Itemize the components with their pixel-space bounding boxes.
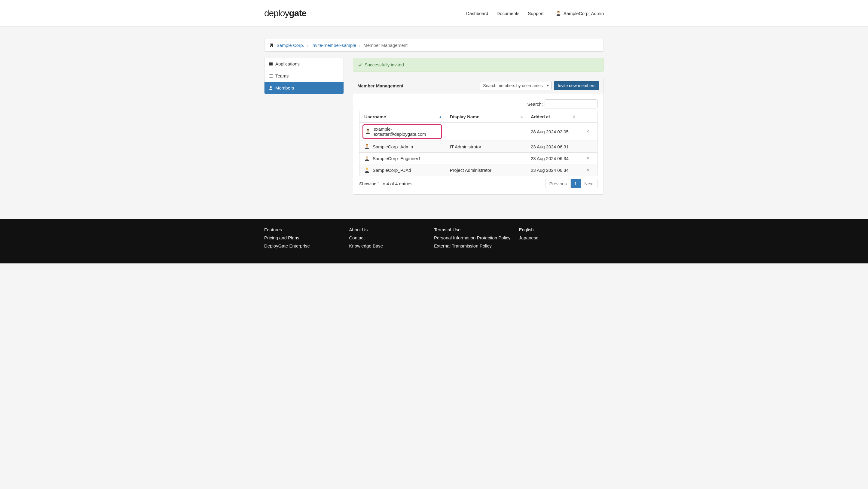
svg-rect-7 <box>272 45 272 46</box>
members-table: Username ▲ Display Name ⇅ Added at ⇅ <box>359 111 597 176</box>
svg-rect-5 <box>272 44 272 45</box>
added-at-cell: 23 Aug 2024 06:34 <box>526 164 578 176</box>
table-row: example-extester@deploygate.com28 Aug 20… <box>360 123 597 141</box>
alert-message: Successfully invited. <box>365 62 405 67</box>
grid-icon <box>269 62 273 66</box>
avatar-icon <box>364 144 370 149</box>
remove-member-icon[interactable]: × <box>586 156 589 161</box>
col-display-name[interactable]: Display Name ⇅ <box>445 111 526 123</box>
footer-link[interactable]: About Us <box>349 227 434 232</box>
building-icon <box>269 43 274 47</box>
sidebar-item-label: Teams <box>275 73 288 78</box>
col-username[interactable]: Username ▲ <box>360 111 445 123</box>
footer-link[interactable]: Pricing and Plans <box>264 235 349 240</box>
display-name-cell <box>445 153 526 164</box>
breadcrumb-app[interactable]: Invite-member-sample <box>311 43 356 48</box>
svg-rect-9 <box>269 63 273 64</box>
svg-point-13 <box>269 76 270 76</box>
avatar-icon <box>364 167 370 173</box>
sidebar-item-applications[interactable]: Applications <box>265 58 344 70</box>
avatar-icon <box>364 156 370 161</box>
remove-member-icon[interactable]: × <box>586 167 589 172</box>
highlighted-member: example-extester@deploygate.com <box>363 124 442 139</box>
top-nav: Dashboard Documents Support SampleCorp_A… <box>466 10 604 16</box>
remove-member-icon[interactable]: × <box>586 129 589 134</box>
svg-point-21 <box>367 130 369 132</box>
breadcrumb-sep: / <box>359 43 360 48</box>
svg-point-25 <box>366 157 368 159</box>
svg-rect-6 <box>271 45 271 46</box>
svg-rect-8 <box>271 46 272 47</box>
breadcrumb-sep: / <box>307 43 308 48</box>
nav-dashboard[interactable]: Dashboard <box>466 11 488 16</box>
invite-new-members-button[interactable]: Invite new members <box>554 81 599 90</box>
svg-point-17 <box>270 86 272 88</box>
sidebar: Applications Teams Members <box>264 58 344 195</box>
dropdown-label: Search members by usernames <box>483 83 542 88</box>
svg-point-23 <box>366 145 368 147</box>
nav-documents[interactable]: Documents <box>497 11 519 16</box>
sidebar-item-teams[interactable]: Teams <box>265 70 344 82</box>
pagination-previous[interactable]: Previous <box>545 179 570 188</box>
table-row: SampleCorp_AdminIT Administrator23 Aug 2… <box>360 141 597 153</box>
sidebar-item-label: Members <box>275 85 294 90</box>
footer-link[interactable]: Personal Information Protection Policy <box>434 235 519 240</box>
breadcrumb-current: Member Management <box>363 43 408 48</box>
svg-rect-14 <box>270 76 273 76</box>
search-label: Search: <box>527 101 543 107</box>
footer: FeaturesPricing and PlansDeployGate Ente… <box>0 219 868 263</box>
sort-asc-icon: ▲ <box>439 115 442 119</box>
search-mode-dropdown[interactable]: Search members by usernames ▾ <box>480 81 551 90</box>
logo-text-light: deploy <box>264 8 289 18</box>
success-alert: Successfully invited. <box>353 58 604 72</box>
user-name: SampleCorp_Admin <box>563 11 604 16</box>
panel-title: Member Management <box>358 83 403 88</box>
pagination-page-1[interactable]: 1 <box>571 179 581 188</box>
list-icon <box>269 74 273 78</box>
svg-rect-10 <box>269 64 273 65</box>
col-actions <box>578 111 597 123</box>
table-row: SampleCorp_PJAdProject Administrator23 A… <box>360 164 597 176</box>
search-input[interactable] <box>545 99 597 108</box>
sort-icon: ⇅ <box>520 115 523 119</box>
footer-link[interactable]: Japanese <box>519 235 604 240</box>
footer-link[interactable]: External Transmission Policy <box>434 243 519 249</box>
svg-point-11 <box>269 74 270 75</box>
username-text: example-extester@deploygate.com <box>374 126 439 137</box>
svg-rect-4 <box>271 44 271 45</box>
added-at-cell: 23 Aug 2024 06:31 <box>526 141 578 153</box>
footer-link[interactable]: Terms of Use <box>434 227 519 232</box>
table-info: Showing 1 to 4 of 4 entries <box>359 181 413 186</box>
chevron-down-icon: ▾ <box>547 84 549 88</box>
username-text: SampleCorp_PJAd <box>373 168 411 173</box>
breadcrumb-org[interactable]: Sample Corp. <box>277 43 304 48</box>
sort-icon: ⇅ <box>572 115 575 119</box>
nav-support[interactable]: Support <box>528 11 544 16</box>
footer-link[interactable]: English <box>519 227 604 232</box>
footer-link[interactable]: Features <box>264 227 349 232</box>
svg-rect-12 <box>270 74 273 75</box>
logo-text-bold: gate <box>289 8 306 18</box>
breadcrumb: Sample Corp. / Invite-member-sample / Me… <box>264 39 604 52</box>
sidebar-item-members[interactable]: Members <box>265 82 344 94</box>
svg-point-27 <box>366 168 368 170</box>
user-menu[interactable]: SampleCorp_Admin <box>556 10 604 16</box>
svg-point-15 <box>269 77 270 77</box>
footer-link[interactable]: Knowledge Base <box>349 243 434 249</box>
added-at-cell: 23 Aug 2024 06:34 <box>526 153 578 164</box>
username-text: SampleCorp_Enginner1 <box>373 156 421 161</box>
svg-rect-16 <box>270 77 273 77</box>
table-row: SampleCorp_Enginner123 Aug 2024 06:34× <box>360 153 597 164</box>
logo[interactable]: deploygate <box>264 8 306 18</box>
footer-link[interactable]: Contact <box>349 235 434 240</box>
display-name-cell: Project Administrator <box>445 164 526 176</box>
col-added-at[interactable]: Added at ⇅ <box>526 111 578 123</box>
pagination-next[interactable]: Next <box>581 179 597 188</box>
avatar-icon <box>556 10 561 16</box>
username-text: SampleCorp_Admin <box>373 144 413 149</box>
person-icon <box>269 86 273 90</box>
check-icon <box>358 63 362 67</box>
display-name-cell: IT Administrator <box>445 141 526 153</box>
footer-link[interactable]: DeployGate Enterprise <box>264 243 349 249</box>
svg-point-2 <box>558 12 559 13</box>
